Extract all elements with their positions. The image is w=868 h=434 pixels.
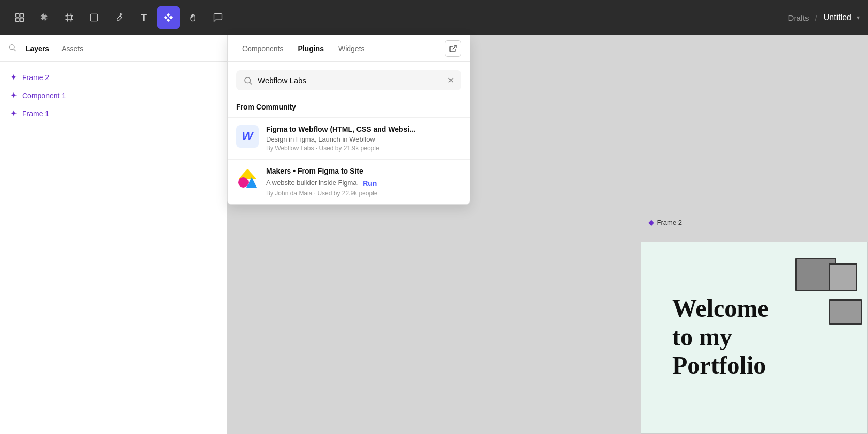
svg-rect-5 (90, 14, 97, 21)
plugin-name-webflow: Figma to Webflow (HTML, CSS and Websi... (266, 125, 461, 133)
run-makers-button[interactable]: Run (363, 177, 377, 190)
frame2-canvas-label: ◆ Frame 2 (648, 218, 682, 226)
drafts-label[interactable]: Drafts (788, 13, 809, 22)
svg-line-9 (453, 45, 456, 49)
svg-point-6 (120, 13, 122, 15)
portfolio-line2: to my (672, 322, 769, 351)
plugin-info-webflow: Figma to Webflow (HTML, CSS and Websi...… (266, 125, 461, 152)
svg-rect-1 (20, 14, 24, 18)
webflow-plugin-icon: W (236, 125, 259, 148)
portfolio-line1: Welcome (672, 294, 769, 322)
frame1-layer-icon: ✦ (10, 109, 17, 118)
pen-tool[interactable] (107, 6, 130, 29)
frame-tool[interactable] (58, 6, 81, 29)
layer-name-frame2: Frame 2 (22, 73, 49, 82)
search-clear-button[interactable]: ✕ (447, 75, 454, 85)
components-tool[interactable] (157, 6, 180, 29)
component-layer-icon: ✦ (10, 90, 17, 100)
search-icon (8, 43, 17, 54)
tab-widgets[interactable]: Widgets (332, 41, 371, 56)
toolbar: Drafts / Untitled ▾ (0, 0, 868, 35)
plugin-panel: Components Plugins Widgets ✕ From Commun… (227, 35, 470, 205)
move-tool[interactable] (33, 6, 56, 29)
section-title-community: From Community (228, 99, 470, 117)
frame2-content: Welcome to my Portfolio (641, 242, 868, 434)
svg-line-11 (250, 82, 252, 84)
svg-rect-2 (16, 18, 20, 22)
plugin-tabs: Components Plugins Widgets (228, 35, 470, 62)
plugin-info-makers: Makers • From Figma to Site A website bu… (266, 167, 461, 197)
tab-layers[interactable]: Layers (21, 41, 54, 56)
plugin-search-input[interactable] (258, 76, 442, 85)
tab-plugins[interactable]: Plugins (291, 41, 330, 56)
hand-tool[interactable] (182, 6, 205, 29)
plugin-desc-webflow: Design in Figma, Launch in Webflow (266, 135, 461, 143)
search-icon (243, 76, 253, 85)
layers-list: ✦ Frame 2 ✦ Component 1 ✦ Frame 1 (0, 62, 227, 129)
makers-plugin-icon (236, 167, 259, 190)
plugin-item-figma-webflow[interactable]: W Figma to Webflow (HTML, CSS and Websi.… (228, 117, 470, 159)
layer-name-frame1: Frame 1 (22, 110, 49, 118)
comment-tool[interactable] (207, 6, 229, 29)
portfolio-text: Welcome to my Portfolio (672, 294, 769, 380)
plugin-name-makers: Makers • From Figma to Site (266, 167, 461, 175)
plugin-detach-icon[interactable] (445, 40, 461, 57)
title-area: Drafts / Untitled ▾ (788, 13, 860, 22)
svg-rect-0 (16, 14, 20, 18)
svg-point-10 (245, 78, 251, 83)
layer-name-component1: Component 1 (22, 91, 66, 100)
svg-line-8 (14, 49, 16, 51)
svg-point-7 (10, 44, 14, 49)
shape-tool[interactable] (83, 6, 105, 29)
document-title[interactable]: Untitled (824, 13, 851, 22)
plugin-meta-webflow: By Webflow Labs · Used by 21.9k people (266, 145, 461, 152)
layer-item-frame1[interactable]: ✦ Frame 1 (0, 104, 227, 122)
toolbar-left (8, 6, 786, 29)
panel-tabs: Layers Assets (0, 35, 227, 62)
plugin-item-makers[interactable]: Makers • From Figma to Site A website bu… (228, 159, 470, 204)
svg-rect-4 (67, 16, 71, 20)
title-chevron-icon[interactable]: ▾ (857, 14, 860, 21)
photo-frame-3 (829, 299, 862, 325)
plugin-search-bar: ✕ (236, 70, 461, 90)
breadcrumb-separator: / (815, 13, 817, 22)
plugin-meta-makers: By John da Maia · Used by 22.9k people (266, 190, 461, 197)
resources-tool[interactable] (8, 6, 31, 29)
layer-item-component1[interactable]: ✦ Component 1 (0, 86, 227, 104)
text-tool[interactable] (132, 6, 155, 29)
svg-rect-3 (20, 18, 24, 22)
frame-layer-icon: ✦ (10, 72, 17, 82)
plugin-desc-makers: A website builder inside Figma. (266, 179, 359, 187)
portfolio-line3: Portfolio (672, 351, 769, 379)
makers-pink-shape (238, 177, 249, 188)
left-panel: Layers Assets ✦ Frame 2 ✦ Component 1 ✦ … (0, 35, 227, 434)
layer-item-frame2[interactable]: ✦ Frame 2 (0, 68, 227, 86)
frame2-canvas-title: Frame 2 (657, 219, 682, 226)
tab-components[interactable]: Components (236, 41, 289, 56)
tab-assets[interactable]: Assets (56, 41, 88, 56)
photo-frame-2 (829, 263, 857, 291)
frame2-diamond-icon: ◆ (648, 218, 654, 226)
